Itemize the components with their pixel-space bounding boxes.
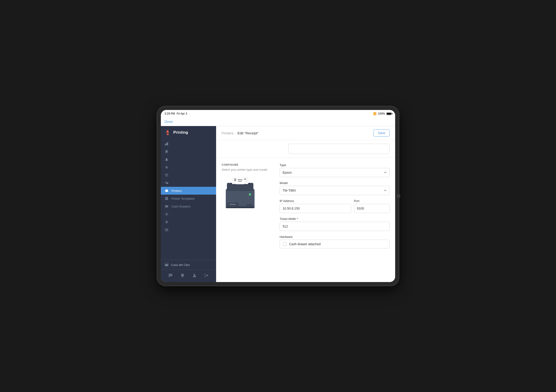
- battery-percent: 100%: [378, 112, 385, 115]
- cash-drawer-checkbox-container[interactable]: Cash drawer attached: [280, 240, 390, 248]
- save-button[interactable]: Save: [373, 129, 390, 137]
- status-time: 3:29 PM: [164, 112, 175, 115]
- configure-subtitle: Select your printer type and model.: [222, 168, 272, 171]
- svg-rect-0: [165, 144, 166, 145]
- breadcrumb-current: Edit "Receipt": [238, 131, 259, 135]
- sidebar-item-cash-drawers[interactable]: Cash Drawers: [161, 202, 216, 210]
- content-area: Printers › Edit "Receipt" Save: [216, 126, 395, 282]
- sidebar-bottom: [161, 270, 216, 282]
- sidebar-item-devices[interactable]: [161, 179, 216, 187]
- svg-rect-11: [167, 182, 168, 184]
- svg-rect-5: [166, 151, 168, 152]
- settings-icon: [164, 212, 169, 216]
- breadcrumb-parent[interactable]: Printers: [222, 131, 234, 135]
- sidebar-item-help[interactable]: ?: [161, 218, 216, 226]
- contacts-icon: [164, 157, 169, 161]
- devices-icon: [164, 181, 169, 185]
- sidebar-item-printers[interactable]: Printers: [161, 187, 216, 195]
- bar-chart-icon: [164, 142, 169, 146]
- sidebar-item-layers[interactable]: [161, 171, 216, 179]
- sidebar-item-analytics[interactable]: [161, 140, 216, 148]
- ticket-width-input[interactable]: [280, 222, 390, 231]
- done-bar: Done: [161, 117, 395, 126]
- wifi-icon: 📶: [373, 112, 377, 115]
- chat-icon[interactable]: [167, 272, 174, 280]
- svg-text:?: ?: [166, 221, 167, 223]
- svg-rect-17: [165, 199, 166, 200]
- flame-icon: [164, 129, 171, 136]
- port-label: Port: [354, 199, 390, 203]
- currency-icon: $: [164, 165, 169, 169]
- svg-point-31: [193, 274, 195, 276]
- sidebar-store[interactable]: Casa del Cibo: [161, 260, 216, 270]
- cash-drawer-checkbox[interactable]: [283, 242, 287, 246]
- sidebar-item-printers-label: Printers: [171, 189, 182, 192]
- model-field: Model TM-T88V TM-T88VI TM-U220: [280, 181, 390, 195]
- svg-text:FRESH: FRESH: [238, 179, 242, 180]
- svg-rect-16: [165, 197, 168, 198]
- svg-rect-13: [166, 189, 168, 190]
- configure-title: CONFIGURE: [222, 163, 272, 166]
- sidebar-item-currency[interactable]: $: [161, 163, 216, 171]
- logout-icon[interactable]: [203, 272, 210, 280]
- svg-rect-2: [167, 142, 168, 145]
- ticket-width-label: Ticket Width *: [280, 217, 390, 221]
- sidebar-item-more[interactable]: [161, 226, 216, 234]
- breadcrumb-separator: ›: [235, 131, 236, 135]
- svg-point-30: [182, 277, 183, 277]
- model-select[interactable]: TM-T88V TM-T88VI TM-U220: [280, 186, 390, 195]
- configure-section: CONFIGURE Select your printer type and m…: [216, 158, 395, 282]
- sidebar-item-printer-templates-label: Printer Templates: [171, 197, 195, 200]
- configure-right: Type Epson Star Other Model TM-T88V: [280, 163, 390, 277]
- svg-point-22: [166, 214, 167, 215]
- printer-icon: [164, 189, 169, 193]
- name-section: [216, 140, 395, 158]
- svg-rect-6: [166, 152, 167, 153]
- svg-rect-46: [227, 207, 253, 208]
- store-name: Casa del Cibo: [171, 263, 190, 267]
- status-bar: 3:29 PM Fri Apr 3 📶 100%: [161, 110, 395, 117]
- svg-rect-21: [166, 206, 167, 207]
- template-icon: [164, 196, 169, 201]
- notifications-icon[interactable]: [179, 272, 186, 280]
- status-date: Fri Apr 3: [177, 112, 187, 115]
- svg-text:$: $: [166, 166, 167, 169]
- type-label: Type: [280, 163, 390, 167]
- port-field: Port: [354, 199, 390, 213]
- sidebar-item-printer-templates[interactable]: Printer Templates: [161, 195, 216, 202]
- help-icon: ?: [164, 220, 169, 224]
- port-input[interactable]: [354, 204, 390, 213]
- printer-illustration: FRESH MART EPSON: [222, 176, 258, 213]
- svg-rect-44: [247, 204, 252, 206]
- ip-address-label: IP Address: [280, 199, 351, 203]
- sidebar-item-documents[interactable]: [161, 148, 216, 155]
- sidebar-item-contacts[interactable]: [161, 155, 216, 163]
- svg-rect-26: [165, 230, 168, 230]
- hardware-field: Hardware Cash drawer attached: [280, 235, 390, 248]
- svg-rect-14: [166, 191, 168, 192]
- sidebar-item-settings[interactable]: [161, 210, 216, 218]
- home-button[interactable]: [397, 194, 400, 198]
- more-icon: [164, 228, 169, 232]
- type-select[interactable]: Epson Star Other: [280, 168, 390, 177]
- profile-icon[interactable]: [191, 272, 198, 280]
- svg-rect-1: [166, 143, 167, 145]
- sidebar-header: Printing: [161, 126, 216, 139]
- model-label: Model: [280, 181, 390, 185]
- type-field: Type Epson Star Other: [280, 163, 390, 177]
- sidebar: Printing: [161, 126, 216, 282]
- store-icon: [164, 262, 169, 267]
- svg-rect-18: [167, 199, 168, 200]
- svg-point-43: [249, 193, 251, 196]
- battery-icon: [386, 113, 392, 115]
- svg-rect-29: [166, 265, 167, 266]
- svg-rect-27: [165, 231, 168, 231]
- done-button[interactable]: Done: [164, 120, 173, 123]
- layers-icon: [164, 173, 169, 177]
- breadcrumb: Printers › Edit "Receipt": [222, 131, 258, 135]
- sidebar-title: Printing: [173, 130, 188, 135]
- ticket-width-field: Ticket Width *: [280, 217, 390, 231]
- ip-address-field: IP Address: [280, 199, 351, 213]
- ip-address-input[interactable]: [280, 204, 351, 213]
- printer-name-input[interactable]: [288, 144, 390, 154]
